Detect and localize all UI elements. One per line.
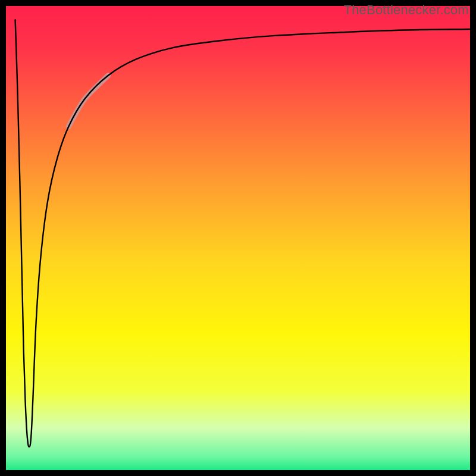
watermark-text: TheBottleneсker.com [344,2,469,18]
chart-container: TheBottleneсker.com [0,0,476,476]
plot-background [0,0,476,476]
chart-svg [0,0,476,476]
